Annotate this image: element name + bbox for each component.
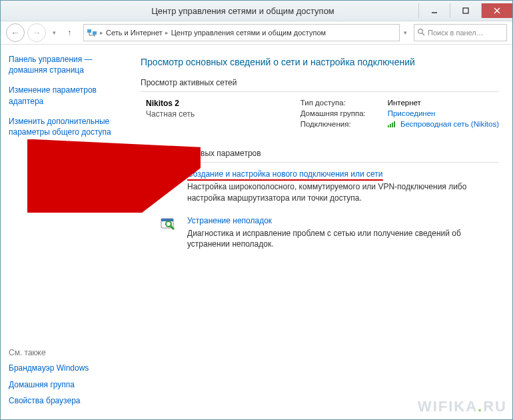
watermark-left: WIFIKA	[418, 398, 478, 415]
troubleshoot-link[interactable]: Устранение неполадок	[187, 216, 272, 225]
search-box[interactable]: Поиск в панел…	[414, 24, 507, 41]
svg-rect-14	[394, 121, 395, 127]
watermark: WIFIKA.RU	[418, 398, 507, 415]
sidebar-link-sharing-settings[interactable]: Изменить дополнительные параметры общего…	[9, 116, 126, 137]
sidebar: Панель управления — домашняя страница Из…	[1, 45, 134, 420]
network-type: Частная сеть	[146, 109, 195, 119]
svg-rect-20	[161, 219, 173, 221]
refresh-dropdown-icon[interactable]: ▾	[404, 30, 407, 35]
wifi-signal-icon	[388, 121, 396, 129]
sidebar-link-homegroup[interactable]: Домашняя группа	[9, 379, 126, 390]
network-category-icon	[87, 27, 97, 38]
network-identity: Nikitos 2 Частная сеть	[146, 99, 195, 119]
svg-line-10	[422, 33, 424, 35]
breadcrumb-part[interactable]: Центр управления сетями и общим доступом	[171, 29, 326, 37]
access-type-value: Интернет	[388, 99, 421, 107]
svg-rect-1	[463, 8, 468, 13]
sidebar-link-home[interactable]: Панель управления — домашняя страница	[9, 54, 126, 75]
svg-rect-4	[87, 29, 91, 33]
divider	[141, 91, 499, 92]
active-networks-title: Просмотр активных сетей	[141, 78, 499, 87]
window-body: Панель управления — домашняя страница Из…	[1, 45, 512, 420]
sidebar-link-firewall[interactable]: Брандмауэр Windows	[9, 363, 126, 373]
watermark-right: RU	[483, 398, 507, 415]
svg-rect-15	[161, 171, 167, 177]
window-controls	[418, 3, 512, 18]
new-connection-link[interactable]: Создание и настройка нового подключения …	[187, 169, 383, 181]
address-bar[interactable]: ▸ Сеть и Интернет ▸ Центр управления сет…	[83, 24, 400, 41]
page-heading: Просмотр основных сведений о сети и наст…	[141, 57, 499, 67]
svg-rect-12	[390, 124, 391, 127]
access-type-label: Тип доступа:	[300, 99, 377, 107]
change-settings-title: Изменение сетевых параметров	[141, 149, 499, 158]
network-props: Тип доступа: Интернет Домашняя группа: П…	[300, 99, 499, 131]
svg-rect-13	[392, 123, 393, 127]
search-icon	[417, 28, 425, 37]
back-button[interactable]: ←	[6, 23, 25, 42]
svg-rect-11	[388, 125, 389, 127]
main-content: Просмотр основных сведений о сети и наст…	[134, 45, 512, 420]
up-button[interactable]: ↑	[62, 25, 77, 40]
svg-point-9	[418, 29, 423, 34]
forward-button[interactable]: →	[27, 23, 46, 42]
network-name: Nikitos 2	[146, 99, 195, 108]
chevron-right-icon: ▸	[165, 29, 169, 36]
window-title: Центр управления сетями и общим доступом	[67, 6, 418, 16]
history-dropdown[interactable]: ▾	[49, 24, 59, 41]
titlebar: Центр управления сетями и общим доступом	[1, 1, 512, 21]
divider	[141, 162, 499, 163]
see-also-label: См. также	[9, 348, 126, 357]
sidebar-link-browser-props[interactable]: Свойства браузера	[9, 395, 126, 406]
maximize-button[interactable]	[450, 3, 481, 18]
troubleshoot-icon	[159, 216, 179, 233]
connection-link[interactable]: Беспроводная сеть (Nikitos)	[400, 120, 499, 128]
toolbar: ← → ▾ ↑ ▸ Сеть и Интернет ▸ Центр управл…	[1, 21, 512, 45]
active-network-block: Nikitos 2 Частная сеть Тип доступа: Инте…	[146, 99, 499, 131]
svg-rect-5	[93, 31, 97, 35]
control-panel-window: Центр управления сетями и общим доступом…	[0, 0, 513, 420]
search-placeholder: Поиск в панел…	[428, 29, 484, 37]
sidebar-link-adapter-settings[interactable]: Изменение параметров адаптера	[9, 85, 126, 106]
troubleshoot-desc: Диагностика и исправление проблем с сеть…	[187, 228, 474, 251]
svg-rect-16	[169, 176, 175, 181]
minimize-button[interactable]	[418, 3, 450, 18]
homegroup-label: Домашняя группа:	[300, 109, 377, 117]
homegroup-link[interactable]: Присоединен	[388, 109, 436, 117]
option-troubleshoot: Устранение неполадок Диагностика и испра…	[159, 216, 499, 251]
close-button[interactable]	[481, 3, 512, 18]
new-connection-desc: Настройка широкополосного, коммутируемог…	[187, 181, 474, 204]
connections-label: Подключения:	[300, 120, 377, 128]
new-connection-icon: +	[159, 169, 179, 187]
chevron-right-icon: ▸	[100, 29, 103, 36]
svg-text:+: +	[173, 171, 175, 176]
breadcrumb-part[interactable]: Сеть и Интернет	[106, 29, 163, 37]
option-new-connection: + Создание и настройка нового подключени…	[159, 169, 499, 204]
